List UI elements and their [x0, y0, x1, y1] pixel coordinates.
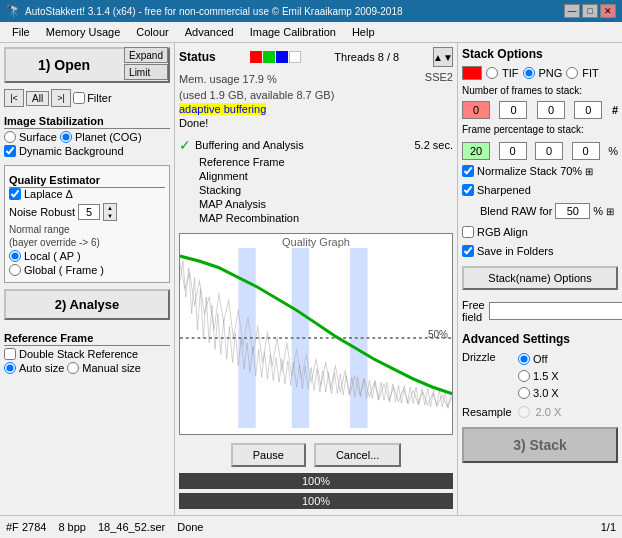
quality-estimator-section: Quality Estimator Laplace Δ Noise Robust…	[4, 165, 170, 283]
filter-checkbox[interactable]	[73, 92, 85, 104]
menu-colour[interactable]: Colour	[128, 24, 176, 40]
image-stabilization-title: Image Stabilization	[4, 115, 170, 129]
menu-image-calibration[interactable]: Image Calibration	[242, 24, 344, 40]
resample-label: Resample	[462, 406, 512, 418]
color-swatch	[462, 66, 482, 80]
pct-input-1[interactable]	[499, 142, 527, 160]
png-label: PNG	[539, 67, 563, 79]
pct-input-2[interactable]	[535, 142, 563, 160]
global-label: Global	[24, 264, 56, 276]
main-content: 1) Open Expand Limit |< All >| Filter Im…	[0, 43, 622, 515]
noise-robust-input[interactable]	[78, 204, 100, 220]
tif-radio[interactable]	[486, 67, 498, 79]
analysis-label-1: Reference Frame	[199, 156, 285, 168]
rgb-align-checkbox[interactable]	[462, 226, 474, 238]
drizzle-off-radio[interactable]	[518, 353, 530, 365]
analysis-item-2: Alignment	[179, 169, 453, 183]
progress-bar-2: 100%	[179, 493, 453, 509]
auto-manual-size-row: Auto size Manual size	[4, 362, 170, 374]
planet-radio[interactable]	[60, 131, 72, 143]
nav-prev-button[interactable]: |<	[4, 89, 24, 107]
frames-grid: #	[462, 101, 618, 119]
normalize-icon: ⊞	[585, 166, 593, 177]
blend-row: Blend RAW for % ⊞	[462, 203, 618, 219]
laplace-checkbox[interactable]	[9, 188, 21, 200]
auto-size-radio[interactable]	[4, 362, 16, 374]
noise-robust-spinner[interactable]: ▲ ▼	[103, 203, 117, 221]
menu-memory-usage[interactable]: Memory Usage	[38, 24, 129, 40]
frames-input-1[interactable]	[499, 101, 527, 119]
double-stack-checkbox[interactable]	[4, 348, 16, 360]
arrow-button[interactable]: ▲▼	[433, 47, 453, 67]
minimize-button[interactable]: —	[564, 4, 580, 18]
manual-size-radio[interactable]	[67, 362, 79, 374]
menu-file[interactable]: File	[4, 24, 38, 40]
dynamic-bg-row: Dynamic Background	[4, 145, 170, 157]
pct-symbol-label: %	[608, 145, 618, 157]
menu-help[interactable]: Help	[344, 24, 383, 40]
drizzle-3x-radio[interactable]	[518, 387, 530, 399]
rgb-align-row: RGB Align	[462, 226, 618, 238]
reference-frame-title: Reference Frame	[4, 332, 170, 346]
spin-up-button[interactable]: ▲	[104, 204, 116, 212]
normalize-row: Normalize Stack 70% ⊞	[462, 165, 618, 177]
auto-size-label: Auto size	[19, 362, 64, 374]
surface-radio[interactable]	[4, 131, 16, 143]
dynamic-bg-checkbox[interactable]	[4, 145, 16, 157]
drizzle-1x5-radio[interactable]	[518, 370, 530, 382]
stack-name-button[interactable]: Stack(name) Options	[462, 266, 618, 290]
stack-button[interactable]: 3) Stack	[462, 427, 618, 463]
normal-range-label: Normal range	[9, 224, 165, 235]
mem-row: Mem. usage 17.9 % SSE2	[179, 71, 453, 87]
mem-detail-text: (used 1.9 GB, available 8.7 GB)	[179, 89, 453, 101]
global-radio[interactable]	[9, 264, 21, 276]
analysis-item-3: Stacking	[179, 183, 453, 197]
sharpened-checkbox[interactable]	[462, 184, 474, 196]
surface-label: Surface	[19, 131, 57, 143]
fit-label: FIT	[582, 67, 599, 79]
nav-row: |< All >| Filter	[4, 89, 170, 107]
sse-label: SSE2	[425, 71, 453, 87]
limit-button[interactable]: Limit	[124, 64, 168, 80]
menu-bar: File Memory Usage Colour Advanced Image …	[0, 22, 622, 43]
drizzle-label: Drizzle	[462, 351, 510, 363]
maximize-button[interactable]: □	[582, 4, 598, 18]
local-radio-row: Local ( AP )	[9, 250, 165, 262]
save-folders-checkbox[interactable]	[462, 245, 474, 257]
free-field-input[interactable]	[489, 302, 622, 320]
pct-input-3[interactable]	[572, 142, 600, 160]
frames-input-0[interactable]	[462, 101, 490, 119]
local-radio[interactable]	[9, 250, 21, 262]
png-radio[interactable]	[523, 67, 535, 79]
analyse-button[interactable]: 2) Analyse	[4, 289, 170, 320]
frames-input-2[interactable]	[537, 101, 565, 119]
blend-input[interactable]	[555, 203, 590, 219]
drizzle-3x-row: 3.0 X	[518, 387, 559, 399]
middle-panel: Status Threads 8 / 8 ▲▼ Mem. usage 17.9 …	[175, 43, 457, 515]
spin-down-button[interactable]: ▼	[104, 212, 116, 220]
resample-option-label: 2.0 X	[536, 406, 562, 418]
graph-title: Quality Graph	[180, 234, 452, 248]
surface-radio-row: Surface Planet (COG)	[4, 131, 170, 143]
expand-button[interactable]: Expand	[124, 47, 168, 63]
menu-advanced[interactable]: Advanced	[177, 24, 242, 40]
nav-next-button[interactable]: >|	[51, 89, 71, 107]
fit-radio[interactable]	[566, 67, 578, 79]
sharpened-label: Sharpened	[477, 184, 531, 196]
analysis-label-2: Alignment	[199, 170, 248, 182]
nav-all-button[interactable]: All	[26, 91, 49, 106]
pause-button[interactable]: Pause	[231, 443, 306, 467]
progress-bar-1: 100%	[179, 473, 453, 489]
cancel-button[interactable]: Cancel...	[314, 443, 401, 467]
title-bar-controls[interactable]: — □ ✕	[564, 4, 616, 18]
status-done: Done	[177, 521, 203, 533]
frames-input-3[interactable]	[574, 101, 602, 119]
drizzle-3x-label: 3.0 X	[533, 387, 559, 399]
double-stack-row: Double Stack Reference	[4, 348, 170, 360]
normalize-checkbox[interactable]	[462, 165, 474, 177]
save-folders-label: Save in Folders	[477, 245, 553, 257]
close-button[interactable]: ✕	[600, 4, 616, 18]
pct-input-0[interactable]	[462, 142, 490, 160]
status-label: Status	[179, 50, 216, 64]
progress-text-2: 100%	[302, 495, 330, 507]
